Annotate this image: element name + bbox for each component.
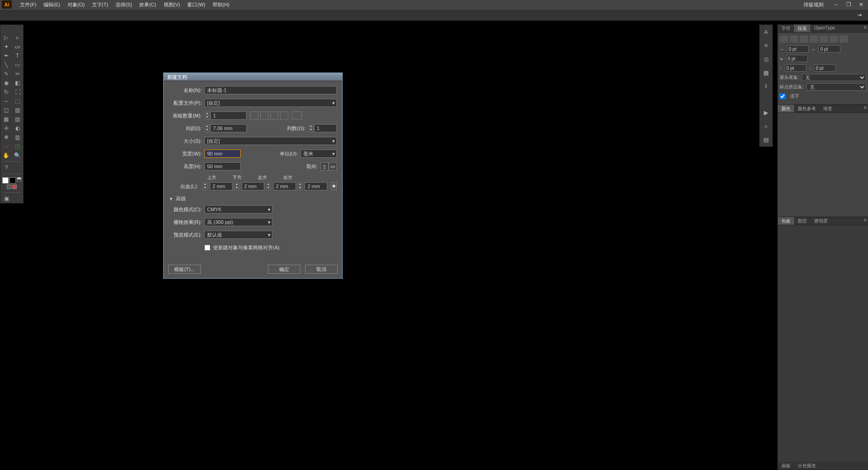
tab-swatches[interactable]: 色板 — [778, 217, 794, 225]
line-tool[interactable]: ╲ — [0, 60, 12, 69]
pencil-tool[interactable]: ✏ — [12, 69, 23, 78]
blob-brush-tool[interactable]: ◉ — [0, 78, 12, 87]
minimize-button[interactable]: – — [832, 1, 840, 8]
menu-select[interactable]: 选择(S) — [112, 0, 136, 9]
pixelgrid-checkbox[interactable] — [204, 245, 210, 251]
pen-tool[interactable]: ✒ — [0, 51, 12, 60]
bleed-right-spinner[interactable]: ▲▼ — [298, 182, 303, 190]
paintbrush-tool[interactable]: ✎ — [0, 69, 12, 78]
tab-character[interactable]: 字符 — [778, 24, 794, 32]
spacing-spinner[interactable]: ▲▼ — [204, 124, 210, 132]
bleed-link-icon[interactable]: ⯌ — [331, 182, 337, 190]
portrait-button[interactable]: ▯ — [320, 162, 329, 170]
libraries-panel-icon[interactable]: ▤ — [760, 133, 772, 146]
justify-all-button[interactable] — [839, 35, 848, 43]
panel-menu-icon[interactable]: ≡ — [863, 24, 868, 32]
bleed-top-input[interactable] — [210, 182, 233, 190]
columns-input[interactable] — [314, 124, 337, 132]
symbol-sprayer-tool[interactable]: ❋ — [0, 133, 12, 142]
eyedropper-tool[interactable]: ✢ — [0, 124, 12, 133]
appearance-panel-icon[interactable]: ◎ — [760, 52, 772, 66]
justify-left-button[interactable] — [810, 35, 818, 43]
landscape-button[interactable]: ▭ — [329, 162, 337, 170]
gradient-tool[interactable]: ▤ — [12, 115, 23, 124]
close-button[interactable]: ✕ — [857, 1, 865, 8]
justify-center-button[interactable] — [820, 35, 828, 43]
align-right-button[interactable] — [800, 35, 808, 43]
zoom-tool[interactable]: 🔍 — [12, 151, 23, 160]
tab-color[interactable]: 颜色 — [778, 105, 794, 112]
character-panel-icon[interactable]: A — [760, 25, 772, 39]
tab-sep-preview[interactable]: 分色预览 — [794, 462, 820, 470]
stroke-swatch[interactable] — [10, 177, 16, 184]
graphic-styles-icon[interactable]: ▦ — [760, 66, 772, 79]
tab-transparency[interactable]: 透明度 — [810, 217, 831, 225]
template-button[interactable]: 模板(T)... — [168, 265, 201, 274]
tab-paragraph[interactable]: 段落 — [794, 24, 810, 32]
eraser-tool[interactable]: ◧ — [12, 78, 23, 87]
paragraph-panel-icon[interactable]: ≡ — [760, 39, 772, 52]
controlbar-collapse-icon[interactable]: ⇥ — [855, 12, 863, 18]
bleed-top-spinner[interactable]: ▲▼ — [203, 182, 208, 190]
scale-tool[interactable]: ⛶ — [12, 87, 23, 97]
units-select[interactable]: 毫米▾ — [301, 150, 337, 158]
width-tool[interactable]: ↔ — [0, 97, 12, 106]
swatches-panel-menu-icon[interactable]: ≡ — [863, 217, 868, 225]
menu-window[interactable]: 窗口(W) — [184, 0, 209, 9]
selection-tool[interactable]: ▷ — [0, 33, 12, 42]
blend-tool[interactable]: ◐ — [12, 124, 23, 133]
color-panel-menu-icon[interactable]: ≡ — [863, 105, 868, 112]
graph-tool[interactable]: ▥ — [12, 133, 23, 142]
lasso-tool[interactable]: ᔕ — [12, 42, 23, 51]
menu-effect[interactable]: 效果(C) — [136, 0, 160, 9]
columns-spinner[interactable]: ▲▼ — [308, 124, 314, 132]
help-tool[interactable]: ? — [0, 163, 12, 172]
rotate-tool[interactable]: ↻ — [0, 87, 12, 97]
right-indent-input[interactable] — [819, 45, 840, 53]
justify-right-button[interactable] — [829, 35, 838, 43]
gradient-swatch[interactable] — [17, 177, 21, 182]
first-line-indent-input[interactable] — [786, 55, 808, 62]
menu-type[interactable]: 文字(T) — [88, 0, 112, 9]
menu-edit[interactable]: 编辑(E) — [40, 0, 64, 9]
hand-tool[interactable]: ✋ — [0, 151, 12, 160]
rectangle-tool[interactable]: ▭ — [12, 60, 23, 69]
profile-select[interactable]: [自定]▾ — [204, 99, 337, 107]
menu-help[interactable]: 帮助(H) — [209, 0, 233, 9]
actions-panel-icon[interactable]: ▶ — [760, 106, 772, 119]
width-input[interactable] — [204, 150, 241, 158]
name-input[interactable] — [204, 86, 337, 94]
mesh-tool[interactable]: ▦ — [0, 115, 12, 124]
raster-select[interactable]: 高 (300 ppi)▾ — [204, 218, 272, 226]
tab-opentype[interactable]: OpenType — [810, 24, 839, 32]
menu-file[interactable]: 文件(F) — [16, 0, 40, 9]
tab-gradient[interactable]: 渐变 — [820, 105, 836, 112]
height-input[interactable] — [204, 162, 241, 170]
color-swatch[interactable] — [12, 184, 17, 189]
align-panel-icon[interactable]: ⫴ — [760, 79, 772, 93]
tab-color-guide[interactable]: 颜色参考 — [794, 105, 820, 112]
space-after-input[interactable] — [814, 64, 836, 72]
arrange-grid-col-button[interactable] — [260, 111, 268, 120]
links-panel-icon[interactable]: ⟐ — [760, 119, 772, 133]
mojikumi-select[interactable]: 无 — [806, 83, 866, 91]
align-left-button[interactable] — [780, 35, 788, 43]
direct-selection-tool[interactable]: ▹ — [12, 33, 23, 42]
menu-object[interactable]: 对象(O) — [64, 0, 88, 9]
free-transform-tool[interactable]: ⬚ — [12, 97, 23, 106]
none-swatch[interactable] — [7, 184, 11, 189]
menu-layout-rules[interactable]: 排版规则 — [800, 0, 827, 9]
hyphenate-checkbox[interactable] — [780, 93, 786, 99]
align-center-button[interactable] — [790, 35, 798, 43]
type-tool[interactable]: T — [12, 51, 23, 60]
spacing-input[interactable] — [210, 124, 247, 132]
size-select[interactable]: [自定]▾ — [204, 137, 337, 145]
arrange-col-button[interactable] — [280, 111, 288, 120]
space-before-input[interactable] — [785, 64, 806, 72]
kinsoku-select[interactable]: 无 — [802, 74, 866, 81]
cancel-button[interactable]: 取消 — [305, 265, 338, 274]
bleed-left-input[interactable] — [273, 182, 296, 190]
tab-layers[interactable]: 图层 — [794, 217, 810, 225]
preview-select[interactable]: 默认值▾ — [204, 231, 272, 239]
ok-button[interactable]: 确定 — [268, 265, 301, 274]
